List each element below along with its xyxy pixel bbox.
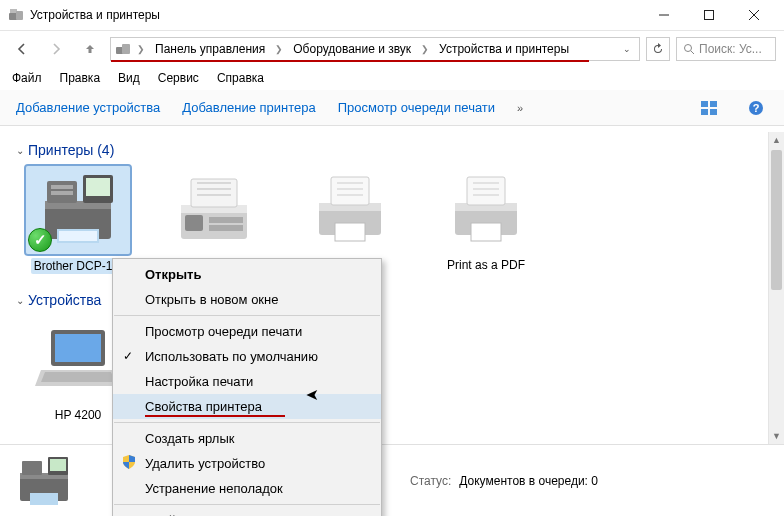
devices-icon [8, 7, 24, 23]
window-buttons [641, 1, 776, 29]
svg-rect-11 [701, 101, 708, 107]
status-thumbnail-icon [14, 453, 74, 509]
toolbar: Добавление устройства Добавление принтер… [0, 90, 784, 126]
svg-rect-35 [335, 223, 365, 241]
section-title: Принтеры (4) [28, 142, 114, 158]
breadcrumb-item[interactable]: Устройства и принтеры [435, 40, 573, 58]
titlebar: Устройства и принтеры [0, 0, 784, 30]
default-checkmark-icon: ✓ [28, 228, 52, 252]
minimize-button[interactable] [641, 1, 686, 29]
ctx-open-new-window[interactable]: Открыть в новом окне [113, 287, 381, 312]
help-button[interactable]: ? [744, 96, 768, 120]
view-mode-button[interactable] [698, 96, 722, 120]
window-title: Устройства и принтеры [30, 8, 641, 22]
menu-help[interactable]: Справка [217, 71, 264, 85]
view-queue-button[interactable]: Просмотр очереди печати [338, 100, 495, 115]
svg-rect-22 [51, 185, 73, 189]
up-button[interactable] [76, 35, 104, 63]
svg-rect-14 [710, 109, 717, 115]
ctx-separator [114, 504, 380, 505]
svg-rect-47 [30, 493, 58, 505]
svg-rect-38 [467, 177, 505, 205]
menu-file[interactable]: Файл [12, 71, 42, 85]
menu-service[interactable]: Сервис [158, 71, 199, 85]
chevron-right-icon: ❯ [135, 44, 147, 54]
svg-rect-39 [471, 223, 501, 241]
menu-view[interactable]: Вид [118, 71, 140, 85]
maximize-button[interactable] [686, 1, 731, 29]
ctx-label: Свойства принтера [145, 399, 262, 414]
svg-rect-2 [16, 11, 23, 20]
forward-button[interactable] [42, 35, 70, 63]
scroll-down-icon[interactable]: ▼ [769, 428, 784, 444]
svg-rect-23 [51, 191, 73, 195]
svg-rect-29 [185, 215, 203, 231]
refresh-button[interactable] [646, 37, 670, 61]
svg-rect-30 [209, 217, 243, 223]
fax-icon [162, 166, 266, 254]
ctx-print-settings[interactable]: Настройка печати [113, 369, 381, 394]
breadcrumb-root-icon [115, 41, 131, 57]
ctx-separator [114, 315, 380, 316]
breadcrumb-item[interactable]: Оборудование и звук [289, 40, 415, 58]
search-icon [683, 43, 695, 55]
section-printers-header[interactable]: ⌄ Принтеры (4) [16, 142, 768, 158]
svg-point-9 [685, 44, 692, 51]
address-dropdown[interactable]: ⌄ [619, 44, 635, 54]
caret-down-icon: ⌄ [16, 145, 24, 156]
svg-rect-25 [59, 231, 97, 241]
section-title: Устройства [28, 292, 101, 308]
device-label: Print as a PDF [447, 258, 525, 272]
svg-rect-12 [710, 101, 717, 107]
caret-down-icon: ⌄ [16, 295, 24, 306]
svg-rect-41 [55, 334, 101, 362]
svg-text:?: ? [753, 102, 760, 114]
add-device-button[interactable]: Добавление устройства [16, 100, 160, 115]
chevron-right-icon: ❯ [273, 44, 285, 54]
ctx-view-queue[interactable]: Просмотр очереди печати [113, 319, 381, 344]
device-label: HP 4200 [55, 408, 101, 422]
search-input[interactable]: Поиск: Ус... [676, 37, 776, 61]
cursor-icon: ➤ [306, 385, 319, 404]
svg-rect-1 [10, 9, 17, 13]
toolbar-more[interactable]: » [517, 102, 523, 114]
svg-rect-46 [22, 461, 42, 475]
context-menu: Открыть Открыть в новом окне Просмотр оч… [112, 258, 382, 516]
printer-item[interactable]: Print as a PDF [432, 166, 540, 274]
close-button[interactable] [731, 1, 776, 29]
breadcrumb-item[interactable]: Панель управления [151, 40, 269, 58]
vertical-scrollbar[interactable]: ▲ ▼ [768, 132, 784, 444]
menu-edit[interactable]: Правка [60, 71, 101, 85]
ctx-remove-device[interactable]: Удалить устройство [113, 451, 381, 476]
ctx-troubleshoot[interactable]: Устранение неполадок [113, 476, 381, 501]
navbar: ❯ Панель управления ❯ Оборудование и зву… [0, 30, 784, 66]
address-bar[interactable]: ❯ Панель управления ❯ Оборудование и зву… [110, 37, 640, 61]
printer-icon [434, 166, 538, 254]
printer-icon [298, 166, 402, 254]
menubar: Файл Правка Вид Сервис Справка [0, 66, 784, 90]
svg-rect-20 [86, 178, 110, 196]
svg-rect-31 [209, 225, 243, 231]
scroll-up-icon[interactable]: ▲ [769, 132, 784, 148]
svg-rect-45 [50, 459, 66, 471]
ctx-printer-properties[interactable]: Свойства принтера [113, 394, 381, 419]
back-button[interactable] [8, 35, 36, 63]
scroll-thumb[interactable] [771, 150, 782, 290]
svg-rect-8 [122, 44, 130, 54]
ctx-create-shortcut[interactable]: Создать ярлык [113, 426, 381, 451]
ctx-properties[interactable]: Свойства [113, 508, 381, 516]
chevron-right-icon: ❯ [419, 44, 431, 54]
svg-rect-4 [704, 11, 713, 20]
annotation-underline [145, 415, 285, 417]
status-label: Статус: [410, 474, 451, 488]
shield-icon [121, 454, 137, 470]
search-placeholder: Поиск: Ус... [699, 42, 762, 56]
svg-rect-13 [701, 109, 708, 115]
status-fields: Статус: Документов в очереди: 0 [410, 474, 598, 488]
svg-rect-34 [331, 177, 369, 205]
ctx-separator [114, 422, 380, 423]
status-value: Документов в очереди: 0 [459, 474, 598, 488]
ctx-use-default[interactable]: ✓ Использовать по умолчанию [113, 344, 381, 369]
add-printer-button[interactable]: Добавление принтера [182, 100, 315, 115]
ctx-open[interactable]: Открыть [113, 262, 381, 287]
